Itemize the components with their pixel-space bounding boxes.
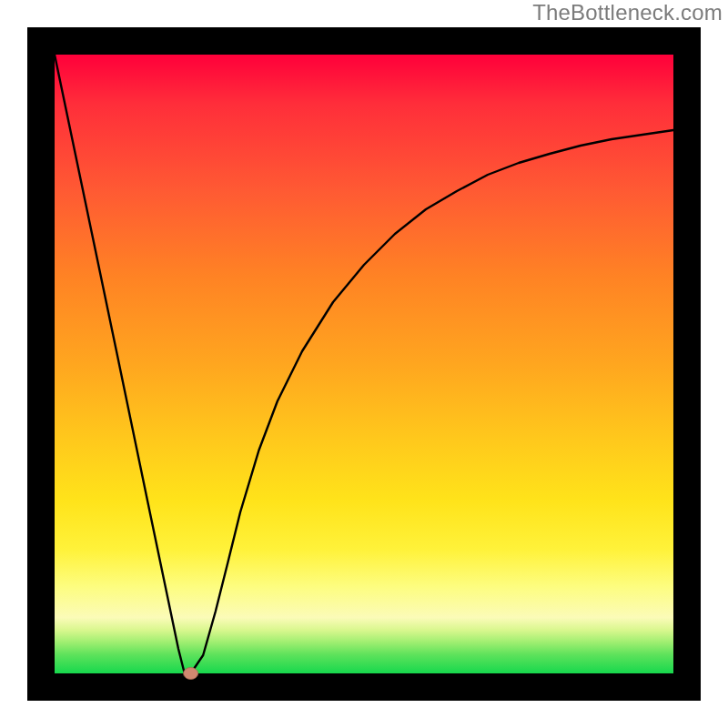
curve-svg: [55, 55, 673, 673]
chart-plot-area: [55, 55, 673, 673]
attribution-text: TheBottleneck.com: [532, 0, 723, 25]
marker-dot: [184, 668, 198, 680]
chart-frame: [27, 27, 701, 701]
chart-stage: TheBottleneck.com: [0, 0, 728, 728]
bottleneck-curve: [55, 55, 673, 673]
